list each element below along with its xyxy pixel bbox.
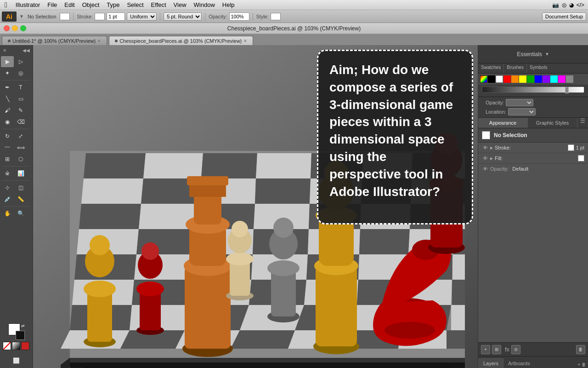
panel-icon-3[interactable]: ⊘ <box>511 345 520 354</box>
tab-untitled[interactable]: Untitled-1* @ 100% (CMYK/Preview) ✕ <box>2 36 107 45</box>
tab-2-close[interactable]: ✕ <box>243 39 247 43</box>
opacity-visibility-eye[interactable]: 👁 <box>482 166 488 172</box>
location-dropdown[interactable] <box>508 108 536 115</box>
zoom-tool[interactable]: 🔍 <box>14 208 27 219</box>
close-button[interactable] <box>4 25 10 31</box>
artboards-tab-bottom[interactable]: Artboards <box>503 359 535 368</box>
minimize-button[interactable] <box>12 25 18 31</box>
stroke-expand-arrow[interactable]: ▶ <box>490 146 493 150</box>
maximize-button[interactable] <box>20 25 26 31</box>
spectrum-swatch[interactable] <box>480 75 487 83</box>
default-colors-icon[interactable]: ⬛ <box>8 335 13 340</box>
free-transform-tool[interactable]: ⊞ <box>1 154 14 165</box>
canvas-area[interactable]: Aim; How do we compose a series of 3-dim… <box>33 45 478 368</box>
menu-window[interactable]: Window <box>190 1 219 8</box>
stroke-type-dropdown[interactable]: Uniform <box>127 12 157 21</box>
layers-new-icon[interactable]: + <box>577 362 580 367</box>
warp-tool[interactable]: 〰 <box>1 142 14 153</box>
panel-icon-2[interactable]: ⊞ <box>492 345 501 354</box>
eraser-tool[interactable]: ⌫ <box>14 116 27 127</box>
panel-expand-icon[interactable]: ▼ <box>545 52 549 57</box>
mesh-tool[interactable]: ⊹ <box>1 182 14 193</box>
stroke-ap-swatch[interactable] <box>568 144 574 151</box>
panel-options-icon[interactable]: ☰ <box>577 118 588 128</box>
apple-menu[interactable]:  <box>0 1 12 9</box>
width-tool[interactable]: ⟺ <box>14 142 27 153</box>
appearance-tab[interactable]: Appearance <box>478 118 528 128</box>
gray-swatch[interactable] <box>566 75 573 83</box>
menu-illustrator[interactable]: Illustrator <box>12 1 44 8</box>
perspective-tool[interactable]: ⬡ <box>14 154 27 165</box>
selection-tool[interactable]: ▶ <box>1 56 14 67</box>
type-tool[interactable]: T <box>14 82 27 93</box>
opacity-input[interactable] <box>229 12 249 21</box>
doc-setup-button[interactable]: Document Setup <box>542 12 586 21</box>
fill-expand-arrow[interactable]: ▶ <box>490 156 493 161</box>
eyedropper-tool[interactable]: 💉 <box>1 194 14 205</box>
symbol-tool[interactable]: ※ <box>1 168 14 179</box>
artboard-tool[interactable]: ⬜ <box>4 355 29 366</box>
menu-object[interactable]: Object <box>79 1 103 8</box>
line-tool[interactable]: ╲ <box>1 93 14 104</box>
pen-tool[interactable]: ✒ <box>1 82 14 93</box>
blue-swatch[interactable] <box>535 75 542 83</box>
cyan-swatch[interactable] <box>550 75 558 83</box>
tab-1-close[interactable]: ✕ <box>97 39 101 43</box>
menu-view[interactable]: View <box>170 1 190 8</box>
swatches-tab[interactable]: Swatches <box>478 63 504 73</box>
menu-select[interactable]: Select <box>123 1 147 8</box>
menu-edit[interactable]: Edit <box>61 1 78 8</box>
toolbar-close-icon[interactable]: ✕ <box>3 48 6 53</box>
slider-thumb[interactable] <box>565 87 569 93</box>
magic-wand-tool[interactable]: ✦ <box>1 68 14 79</box>
fill-color-box[interactable] <box>60 13 70 20</box>
stroke-color-box[interactable] <box>95 13 105 20</box>
color-none-swatch[interactable] <box>3 342 11 350</box>
color-red-swatch[interactable] <box>21 342 29 350</box>
black-swatch[interactable] <box>488 75 495 83</box>
fill-ap-swatch[interactable] <box>578 155 584 161</box>
new-layer-icon[interactable]: + <box>481 345 490 354</box>
paintbrush-tool[interactable]: 🖌 <box>1 105 14 116</box>
brushes-tab[interactable]: Brushes <box>504 63 527 73</box>
color-gradient-swatch[interactable] <box>12 342 20 350</box>
gradient-tool[interactable]: ◫ <box>14 182 27 193</box>
arrowhead-dropdown[interactable]: 5 pt. Round <box>164 12 202 21</box>
hand-tool[interactable]: ✋ <box>1 208 14 219</box>
layers-tab-bottom[interactable]: Layers <box>478 358 503 368</box>
red-swatch[interactable] <box>503 75 511 83</box>
menu-type[interactable]: Type <box>103 1 123 8</box>
symbols-tab[interactable]: Symbols <box>527 63 550 73</box>
yellow-swatch[interactable] <box>519 75 526 83</box>
stroke-swatch[interactable] <box>16 331 25 340</box>
green-swatch[interactable] <box>527 75 534 83</box>
purple-swatch[interactable] <box>543 75 550 83</box>
toolbar-collapse-icon[interactable]: ◀◀ <box>23 48 30 53</box>
measure-tool[interactable]: 📏 <box>14 194 27 205</box>
fill-visibility-eye[interactable]: 👁 <box>482 155 488 161</box>
blob-brush-tool[interactable]: ◉ <box>1 116 14 127</box>
menu-file[interactable]: File <box>44 1 61 8</box>
rect-tool[interactable]: ▭ <box>14 93 27 104</box>
menu-effect[interactable]: Effect <box>147 1 170 8</box>
swap-icon[interactable]: ⇄ <box>21 323 25 328</box>
orange-swatch[interactable] <box>511 75 519 83</box>
layers-del-icon[interactable]: 🗑 <box>582 362 586 367</box>
delete-icon[interactable]: 🗑 <box>576 345 585 354</box>
tab-chess[interactable]: Chesspiece_boardPieces.ai @ 103% (CMYK/P… <box>109 36 253 45</box>
graphic-styles-tab[interactable]: Graphic Styles <box>528 118 577 128</box>
white-swatch[interactable] <box>496 75 503 83</box>
magenta-swatch[interactable] <box>558 75 565 83</box>
menu-help[interactable]: Help <box>219 1 238 8</box>
stroke-value-input[interactable] <box>107 12 125 21</box>
stroke-visibility-eye[interactable]: 👁 <box>482 144 488 151</box>
direct-selection-tool[interactable]: ▷ <box>14 56 27 67</box>
style-color-box[interactable] <box>271 13 281 20</box>
pencil-tool[interactable]: ✎ <box>14 105 27 116</box>
color-slider[interactable] <box>482 86 584 93</box>
column-graph-tool[interactable]: 📊 <box>14 168 27 179</box>
lasso-tool[interactable]: ◎ <box>14 68 27 79</box>
opacity-dropdown[interactable] <box>506 99 533 106</box>
fx-label[interactable]: fx <box>505 346 509 353</box>
rotate-tool[interactable]: ↻ <box>1 131 14 142</box>
